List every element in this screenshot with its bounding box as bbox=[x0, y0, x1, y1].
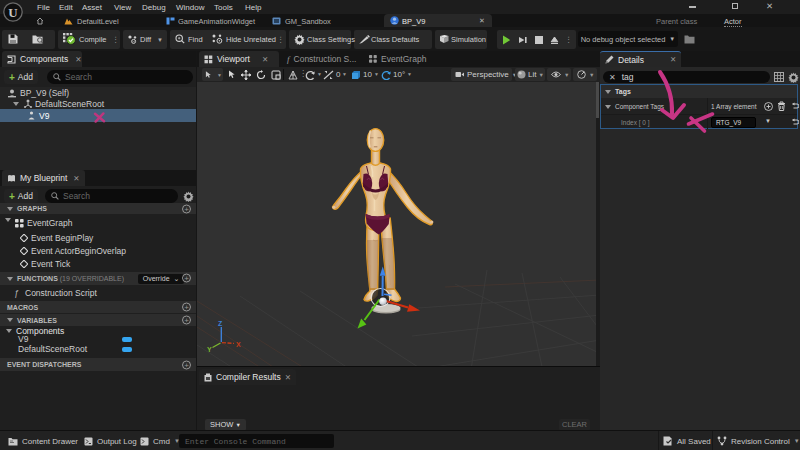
svg-text:Y: Y bbox=[207, 346, 212, 353]
svg-text:U: U bbox=[8, 5, 18, 20]
svg-text:X: X bbox=[236, 341, 241, 348]
svg-text:Z: Z bbox=[218, 320, 223, 327]
